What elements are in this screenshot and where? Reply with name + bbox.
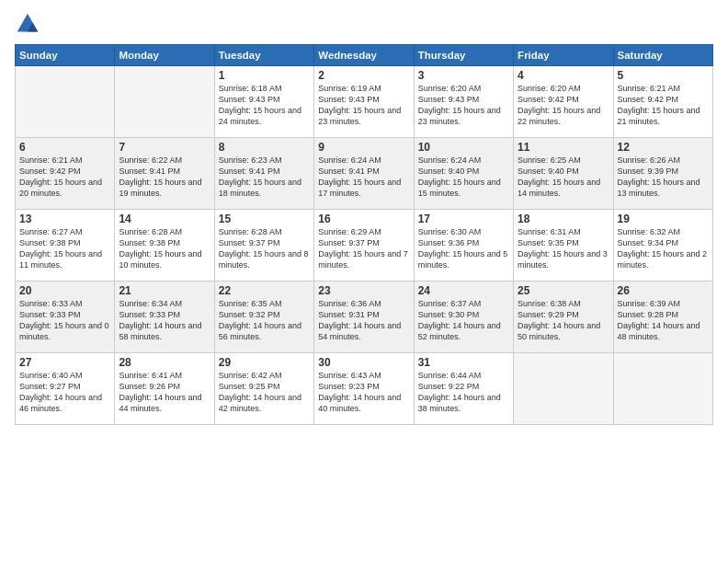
calendar-cell: 19Sunrise: 6:32 AMSunset: 9:34 PMDayligh… bbox=[613, 210, 712, 282]
day-info: Sunrise: 6:24 AMSunset: 9:40 PMDaylight:… bbox=[418, 155, 509, 200]
day-info: Sunrise: 6:28 AMSunset: 9:37 PMDaylight:… bbox=[219, 226, 310, 271]
calendar-cell bbox=[613, 353, 712, 425]
day-info: Sunrise: 6:22 AMSunset: 9:41 PMDaylight:… bbox=[119, 155, 210, 200]
day-info: Sunrise: 6:30 AMSunset: 9:36 PMDaylight:… bbox=[418, 226, 509, 271]
day-info: Sunrise: 6:34 AMSunset: 9:33 PMDaylight:… bbox=[119, 298, 210, 343]
weekday-header: Sunday bbox=[16, 45, 115, 66]
calendar-week-row: 27Sunrise: 6:40 AMSunset: 9:27 PMDayligh… bbox=[16, 353, 713, 425]
day-info: Sunrise: 6:44 AMSunset: 9:22 PMDaylight:… bbox=[418, 370, 509, 415]
day-number: 24 bbox=[418, 284, 509, 297]
day-number: 28 bbox=[119, 356, 210, 369]
calendar-cell: 10Sunrise: 6:24 AMSunset: 9:40 PMDayligh… bbox=[414, 138, 513, 210]
day-info: Sunrise: 6:20 AMSunset: 9:42 PMDaylight:… bbox=[518, 83, 609, 128]
logo-icon bbox=[15, 11, 40, 37]
day-number: 5 bbox=[618, 69, 709, 82]
day-info: Sunrise: 6:43 AMSunset: 9:23 PMDaylight:… bbox=[318, 370, 409, 415]
day-number: 29 bbox=[219, 356, 310, 369]
calendar-cell: 30Sunrise: 6:43 AMSunset: 9:23 PMDayligh… bbox=[314, 353, 414, 425]
day-number: 7 bbox=[119, 141, 210, 154]
day-info: Sunrise: 6:38 AMSunset: 9:29 PMDaylight:… bbox=[518, 298, 609, 343]
calendar-week-row: 13Sunrise: 6:27 AMSunset: 9:38 PMDayligh… bbox=[16, 210, 713, 282]
day-number: 3 bbox=[418, 69, 509, 82]
calendar-cell: 8Sunrise: 6:23 AMSunset: 9:41 PMDaylight… bbox=[214, 138, 313, 210]
calendar-cell bbox=[16, 66, 115, 138]
calendar-cell: 21Sunrise: 6:34 AMSunset: 9:33 PMDayligh… bbox=[115, 282, 214, 353]
day-number: 31 bbox=[418, 356, 509, 369]
day-number: 6 bbox=[19, 141, 110, 154]
day-number: 23 bbox=[318, 284, 409, 297]
day-number: 22 bbox=[219, 284, 310, 297]
day-number: 18 bbox=[518, 213, 609, 225]
day-info: Sunrise: 6:24 AMSunset: 9:41 PMDaylight:… bbox=[318, 155, 409, 200]
day-info: Sunrise: 6:40 AMSunset: 9:27 PMDaylight:… bbox=[19, 370, 110, 415]
day-info: Sunrise: 6:20 AMSunset: 9:43 PMDaylight:… bbox=[418, 83, 509, 128]
day-info: Sunrise: 6:25 AMSunset: 9:40 PMDaylight:… bbox=[518, 155, 609, 200]
weekday-header: Thursday bbox=[414, 45, 513, 66]
calendar-cell: 3Sunrise: 6:20 AMSunset: 9:43 PMDaylight… bbox=[414, 66, 513, 138]
day-number: 20 bbox=[19, 284, 110, 297]
day-number: 9 bbox=[318, 141, 409, 154]
day-info: Sunrise: 6:31 AMSunset: 9:35 PMDaylight:… bbox=[518, 226, 609, 271]
calendar-cell: 12Sunrise: 6:26 AMSunset: 9:39 PMDayligh… bbox=[613, 138, 712, 210]
calendar-cell: 22Sunrise: 6:35 AMSunset: 9:32 PMDayligh… bbox=[214, 282, 313, 353]
day-info: Sunrise: 6:41 AMSunset: 9:26 PMDaylight:… bbox=[119, 370, 210, 415]
day-number: 19 bbox=[618, 213, 709, 225]
day-number: 2 bbox=[318, 69, 409, 82]
day-number: 12 bbox=[618, 141, 709, 154]
calendar-cell: 26Sunrise: 6:39 AMSunset: 9:28 PMDayligh… bbox=[613, 282, 712, 353]
day-number: 25 bbox=[518, 284, 609, 297]
day-number: 16 bbox=[318, 213, 409, 225]
calendar-cell: 6Sunrise: 6:21 AMSunset: 9:42 PMDaylight… bbox=[16, 138, 115, 210]
day-info: Sunrise: 6:19 AMSunset: 9:43 PMDaylight:… bbox=[318, 83, 409, 128]
logo bbox=[15, 11, 44, 37]
calendar-cell: 1Sunrise: 6:18 AMSunset: 9:43 PMDaylight… bbox=[214, 66, 313, 138]
day-number: 15 bbox=[219, 213, 310, 225]
day-info: Sunrise: 6:37 AMSunset: 9:30 PMDaylight:… bbox=[418, 298, 509, 343]
day-info: Sunrise: 6:27 AMSunset: 9:38 PMDaylight:… bbox=[19, 226, 110, 271]
calendar-cell: 9Sunrise: 6:24 AMSunset: 9:41 PMDaylight… bbox=[314, 138, 414, 210]
day-info: Sunrise: 6:21 AMSunset: 9:42 PMDaylight:… bbox=[19, 155, 110, 200]
page: SundayMondayTuesdayWednesdayThursdayFrid… bbox=[0, 0, 728, 563]
calendar-week-row: 1Sunrise: 6:18 AMSunset: 9:43 PMDaylight… bbox=[16, 66, 713, 138]
day-number: 26 bbox=[618, 284, 709, 297]
day-info: Sunrise: 6:35 AMSunset: 9:32 PMDaylight:… bbox=[219, 298, 310, 343]
calendar-cell: 20Sunrise: 6:33 AMSunset: 9:33 PMDayligh… bbox=[16, 282, 115, 353]
day-number: 8 bbox=[219, 141, 310, 154]
calendar-cell: 28Sunrise: 6:41 AMSunset: 9:26 PMDayligh… bbox=[115, 353, 214, 425]
day-info: Sunrise: 6:42 AMSunset: 9:25 PMDaylight:… bbox=[219, 370, 310, 415]
calendar-cell: 5Sunrise: 6:21 AMSunset: 9:42 PMDaylight… bbox=[613, 66, 712, 138]
calendar-cell: 17Sunrise: 6:30 AMSunset: 9:36 PMDayligh… bbox=[414, 210, 513, 282]
day-info: Sunrise: 6:21 AMSunset: 9:42 PMDaylight:… bbox=[618, 83, 709, 128]
day-number: 30 bbox=[318, 356, 409, 369]
calendar-cell: 4Sunrise: 6:20 AMSunset: 9:42 PMDaylight… bbox=[514, 66, 613, 138]
day-number: 21 bbox=[119, 284, 210, 297]
calendar-cell: 25Sunrise: 6:38 AMSunset: 9:29 PMDayligh… bbox=[514, 282, 613, 353]
day-info: Sunrise: 6:39 AMSunset: 9:28 PMDaylight:… bbox=[618, 298, 709, 343]
weekday-header: Wednesday bbox=[314, 45, 414, 66]
day-info: Sunrise: 6:26 AMSunset: 9:39 PMDaylight:… bbox=[618, 155, 709, 200]
weekday-header: Friday bbox=[514, 45, 613, 66]
day-number: 10 bbox=[418, 141, 509, 154]
calendar-cell: 31Sunrise: 6:44 AMSunset: 9:22 PMDayligh… bbox=[414, 353, 513, 425]
calendar-cell: 29Sunrise: 6:42 AMSunset: 9:25 PMDayligh… bbox=[214, 353, 313, 425]
calendar-cell bbox=[514, 353, 613, 425]
day-info: Sunrise: 6:28 AMSunset: 9:38 PMDaylight:… bbox=[119, 226, 210, 271]
day-number: 4 bbox=[518, 69, 609, 82]
calendar-cell: 27Sunrise: 6:40 AMSunset: 9:27 PMDayligh… bbox=[16, 353, 115, 425]
calendar-cell: 7Sunrise: 6:22 AMSunset: 9:41 PMDaylight… bbox=[115, 138, 214, 210]
calendar-cell: 24Sunrise: 6:37 AMSunset: 9:30 PMDayligh… bbox=[414, 282, 513, 353]
day-number: 17 bbox=[418, 213, 509, 225]
calendar-cell: 15Sunrise: 6:28 AMSunset: 9:37 PMDayligh… bbox=[214, 210, 313, 282]
day-number: 14 bbox=[119, 213, 210, 225]
weekday-header: Monday bbox=[115, 45, 214, 66]
day-info: Sunrise: 6:18 AMSunset: 9:43 PMDaylight:… bbox=[219, 83, 310, 128]
weekday-header-row: SundayMondayTuesdayWednesdayThursdayFrid… bbox=[16, 45, 713, 66]
calendar-cell: 18Sunrise: 6:31 AMSunset: 9:35 PMDayligh… bbox=[514, 210, 613, 282]
day-info: Sunrise: 6:33 AMSunset: 9:33 PMDaylight:… bbox=[19, 298, 110, 343]
calendar: SundayMondayTuesdayWednesdayThursdayFrid… bbox=[15, 44, 713, 425]
day-info: Sunrise: 6:23 AMSunset: 9:41 PMDaylight:… bbox=[219, 155, 310, 200]
calendar-cell: 13Sunrise: 6:27 AMSunset: 9:38 PMDayligh… bbox=[16, 210, 115, 282]
calendar-cell: 11Sunrise: 6:25 AMSunset: 9:40 PMDayligh… bbox=[514, 138, 613, 210]
calendar-cell: 2Sunrise: 6:19 AMSunset: 9:43 PMDaylight… bbox=[314, 66, 414, 138]
day-info: Sunrise: 6:29 AMSunset: 9:37 PMDaylight:… bbox=[318, 226, 409, 271]
